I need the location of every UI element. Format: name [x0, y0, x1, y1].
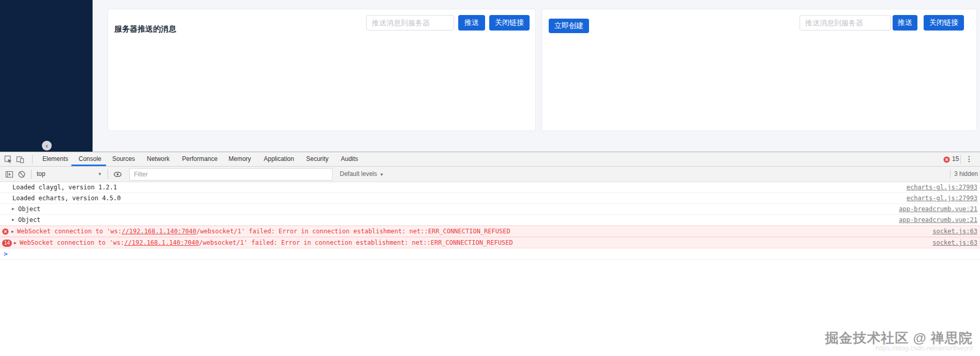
- close-link-button[interactable]: 关闭链接: [489, 15, 530, 31]
- live-expression-eye-icon[interactable]: [113, 170, 122, 179]
- prompt-chevron-icon: >: [4, 248, 8, 259]
- toolbar-separator: [32, 155, 33, 164]
- source-link[interactable]: app-breadcrumb.vue:21: [899, 204, 977, 214]
- error-count: 15: [952, 152, 959, 166]
- tab-application[interactable]: Application: [264, 152, 294, 166]
- disclosure-triangle-icon[interactable]: ▶: [11, 226, 14, 237]
- tab-network[interactable]: Network: [147, 152, 170, 166]
- toolbar-separator: [31, 169, 32, 179]
- chevron-left-icon: ‹: [46, 142, 48, 150]
- screen: ‹ 服务器推送的消息 推送 关闭链接 立即创建 推送 关闭链接 Ele: [0, 0, 980, 356]
- source-link[interactable]: echarts-gl.js:27993: [907, 182, 977, 192]
- object-preview[interactable]: Object: [18, 215, 40, 225]
- app-page: ‹ 服务器推送的消息 推送 关闭链接 立即创建 推送 关闭链接: [0, 0, 980, 152]
- tab-audits[interactable]: Audits: [341, 152, 358, 166]
- devtools-menu-icon[interactable]: ⋮: [964, 152, 974, 166]
- execution-context-selector[interactable]: top: [37, 167, 104, 182]
- tab-sources[interactable]: Sources: [112, 152, 135, 166]
- push-message-input-2[interactable]: [800, 15, 891, 31]
- log-levels-label: Default levels: [340, 170, 377, 177]
- log-text: Loaded echarts, version 4.5.0: [12, 193, 121, 203]
- create-panel: 立即创建 推送 关闭链接: [541, 9, 977, 131]
- source-link[interactable]: echarts-gl.js:27993: [907, 193, 977, 203]
- log-levels-dropdown[interactable]: Default levels▼: [340, 167, 384, 182]
- console-filter-input[interactable]: [129, 168, 333, 181]
- log-text: Loaded claygl, version 1.2.1: [12, 182, 117, 192]
- error-text: WebSocket connection to 'ws://192.168.1.…: [20, 238, 513, 248]
- selected-tab-underline: [71, 165, 106, 166]
- chevron-down-icon: ▼: [380, 172, 384, 177]
- close-link-button-2[interactable]: 关闭链接: [924, 15, 964, 31]
- push-button-2[interactable]: 推送: [893, 15, 917, 31]
- error-text: WebSocket connection to 'ws://192.168.1.…: [17, 226, 510, 237]
- console-log-row: Loaded claygl, version 1.2.1 echarts-gl.…: [0, 182, 980, 193]
- toolbar-separator: [950, 170, 951, 179]
- console-output: Loaded claygl, version 1.2.1 echarts-gl.…: [0, 182, 980, 260]
- watermark-url: https://blog.csdn.net/ainorthword: [825, 344, 973, 352]
- watermark: 掘金技术社区 @ 禅思院 https://blog.csdn.net/ainor…: [825, 329, 973, 352]
- push-message-input[interactable]: [366, 15, 454, 31]
- disclosure-triangle-icon[interactable]: ▶: [12, 215, 14, 225]
- sidebar-collapse-button[interactable]: ‹: [42, 141, 52, 151]
- push-button[interactable]: 推送: [458, 15, 485, 31]
- error-url-link[interactable]: //192.168.1.140:7040: [124, 239, 199, 246]
- source-link[interactable]: socket.js:63: [932, 226, 977, 237]
- watermark-text: 掘金技术社区 @ 禅思院: [825, 329, 973, 347]
- tab-performance[interactable]: Performance: [182, 152, 218, 166]
- console-sidebar-toggle-icon[interactable]: [5, 170, 13, 179]
- error-circle-icon: [2, 228, 9, 235]
- server-messages-panel: 服务器推送的消息 推送 关闭链接: [108, 9, 536, 131]
- sidebar: ‹: [0, 0, 93, 152]
- console-object-row: ▶ Object app-breadcrumb.vue:21: [0, 204, 980, 215]
- console-error-row: ▶ WebSocket connection to 'ws://192.168.…: [0, 226, 980, 237]
- tab-elements[interactable]: Elements: [42, 152, 68, 166]
- toolbar-separator: [960, 155, 961, 164]
- tab-console[interactable]: Console: [79, 152, 101, 166]
- console-prompt-row[interactable]: >: [0, 248, 980, 260]
- inspect-element-icon[interactable]: [4, 155, 12, 164]
- disclosure-triangle-icon[interactable]: ▶: [14, 238, 17, 248]
- create-now-button[interactable]: 立即创建: [549, 19, 589, 33]
- toolbar-separator: [108, 169, 108, 179]
- panel-title: 服务器推送的消息: [114, 24, 176, 34]
- console-error-row: 14 ▶ WebSocket connection to 'ws://192.1…: [0, 237, 980, 248]
- object-preview[interactable]: Object: [18, 204, 40, 214]
- console-object-row: ▶ Object app-breadcrumb.vue:21: [0, 215, 980, 226]
- error-url-link[interactable]: //192.168.1.140:7040: [122, 228, 197, 235]
- disclosure-triangle-icon[interactable]: ▶: [12, 204, 14, 214]
- tab-memory[interactable]: Memory: [229, 152, 251, 166]
- console-log-row: Loaded echarts, version 4.5.0 echarts-gl…: [0, 193, 980, 204]
- chevron-down-icon: ▼: [98, 167, 102, 182]
- console-toolbar: top ▼ Default levels▼ 3 hidden: [0, 167, 980, 182]
- repeat-count-badge: 14: [2, 240, 12, 247]
- source-link[interactable]: socket.js:63: [932, 238, 977, 248]
- source-link[interactable]: app-breadcrumb.vue:21: [899, 215, 977, 225]
- device-toolbar-icon[interactable]: [16, 155, 24, 164]
- clear-console-icon[interactable]: [18, 170, 26, 179]
- error-count-icon: [943, 156, 950, 163]
- devtools-panel: Elements Console Sources Network Perform…: [0, 152, 980, 356]
- tab-security[interactable]: Security: [306, 152, 328, 166]
- devtools-tabbar: Elements Console Sources Network Perform…: [0, 152, 980, 167]
- hidden-messages-count: 3 hidden: [954, 167, 978, 182]
